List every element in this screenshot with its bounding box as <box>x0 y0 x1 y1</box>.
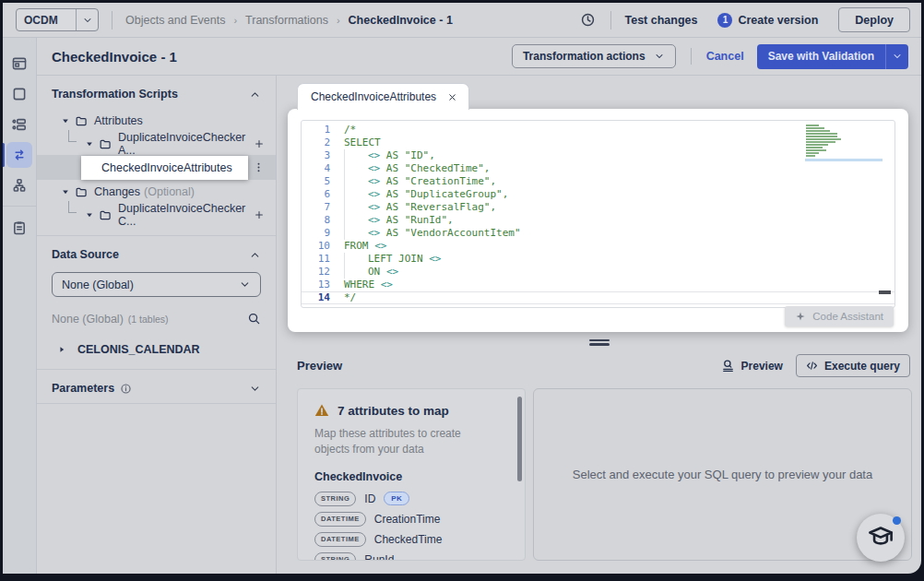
caret-right-icon[interactable] <box>57 345 66 354</box>
tree-item-duplicateinvoicechecker-a[interactable]: DuplicateInvoiceChecker A... <box>37 132 276 155</box>
kebab-icon[interactable] <box>253 161 265 173</box>
code-line[interactable]: 10FROM <> <box>302 240 894 253</box>
chevron-down-icon[interactable] <box>249 383 261 395</box>
graduation-cap-icon <box>867 524 894 551</box>
chevron-up-icon[interactable] <box>249 249 261 261</box>
data-source-select[interactable]: None (Global) <box>52 272 261 297</box>
transformation-actions-button[interactable]: Transformation actions <box>512 44 676 68</box>
breadcrumb-item[interactable]: Objects and Events <box>125 14 225 27</box>
card-scrollbar-thumb[interactable] <box>517 397 522 481</box>
code-line[interactable]: 9<> AS "VendorAccountItem" <box>302 227 894 240</box>
code-line[interactable]: 8<> AS "RunId", <box>302 214 894 227</box>
preview-action-button[interactable]: Preview <box>721 359 783 373</box>
data-source-scope: None (Global) (1 tables) <box>37 301 276 331</box>
execute-query-label: Execute query <box>824 360 900 373</box>
sql-placeholder: <> <box>368 188 380 200</box>
plus-icon[interactable] <box>254 138 265 149</box>
caret-down-icon[interactable] <box>61 116 70 125</box>
transformation-scripts-header[interactable]: Transformation Scripts <box>37 76 276 109</box>
attributes-warning-title: 7 attributes to map <box>338 404 449 418</box>
editor-minimap[interactable] <box>805 125 883 161</box>
page-title: CheckedInvoice - 1 <box>52 49 177 65</box>
tree-item-duplicateinvoicechecker-c[interactable]: DuplicateInvoiceChecker C... <box>37 203 276 226</box>
code-assistant-button[interactable]: Code Assistant <box>785 306 894 326</box>
code-line[interactable]: 5<> AS "CreationTime", <box>302 175 894 188</box>
code-text: */ <box>344 291 356 304</box>
rail-item-logs[interactable] <box>6 215 32 241</box>
rail-item-overview[interactable] <box>6 51 32 77</box>
editor-spotlight-card: 1/*2SELECT3<> AS "ID",4<> AS "CheckedTim… <box>288 109 908 332</box>
execute-query-button[interactable]: Execute query <box>796 354 910 377</box>
tree-item-checkedinvoiceattributes[interactable]: CheckedInvoiceAttributes <box>37 155 276 180</box>
rail-item-relations[interactable] <box>6 172 32 198</box>
code-line[interactable]: 4<> AS "CheckedTime", <box>302 162 894 175</box>
rail-item-transformations[interactable] <box>6 142 32 168</box>
tree-item-attributes[interactable]: Attributes <box>37 109 276 132</box>
code-line[interactable]: 12ON <> <box>302 266 894 279</box>
square-icon <box>11 86 28 102</box>
attribute-name: RunId <box>364 553 394 561</box>
close-icon[interactable] <box>447 92 457 102</box>
minimap-line <box>806 125 819 126</box>
test-changes-button[interactable]: Test changes <box>624 14 697 27</box>
minimap-line <box>806 136 837 137</box>
code-line[interactable]: 11LEFT JOIN <> <box>302 253 894 266</box>
code-text: FROM <> <box>344 240 386 253</box>
table-item-celonis-calendar[interactable]: CELONIS_CALENDAR <box>37 331 276 369</box>
code-line[interactable]: 13WHERE <> <box>302 279 894 291</box>
history-clock-icon[interactable] <box>580 12 596 28</box>
caret-down-icon[interactable] <box>85 139 94 148</box>
code-line[interactable]: 7<> AS "ReversalFlag", <box>302 201 894 214</box>
minimap-line <box>806 155 815 157</box>
code-text: /* <box>344 124 356 136</box>
app: OCDM Objects and Events›Transformations›… <box>3 3 921 574</box>
deploy-button[interactable]: Deploy <box>838 7 910 32</box>
sql-code-editor[interactable]: 1/*2SELECT3<> AS "ID",4<> AS "CheckedTim… <box>301 120 895 308</box>
cancel-button[interactable]: Cancel <box>706 50 744 63</box>
tree-connector <box>68 201 77 213</box>
sql-placeholder: <> <box>368 214 380 226</box>
code-line[interactable]: 14*/ <box>302 291 894 304</box>
rail-item-mappings[interactable] <box>6 112 32 137</box>
tree-item-changes[interactable]: Changes(Optional) <box>37 180 276 203</box>
search-icon[interactable] <box>247 312 261 326</box>
caret-down-icon[interactable] <box>85 210 94 219</box>
data-source-header[interactable]: Data Source <box>37 236 276 269</box>
panel-resize-handle[interactable] <box>277 332 921 352</box>
plus-icon[interactable] <box>254 209 265 220</box>
breadcrumb-item: CheckedInvoice - 1 <box>349 14 453 27</box>
tree-item-label: DuplicateInvoiceChecker C... <box>118 202 254 228</box>
caret-down-icon[interactable] <box>61 187 70 196</box>
info-icon <box>120 383 132 395</box>
learning-help-button[interactable] <box>857 514 905 562</box>
editor-scrollbar-thumb[interactable] <box>879 290 891 294</box>
save-options-caret-button[interactable] <box>885 44 908 69</box>
line-number: 6 <box>302 188 344 201</box>
app-window: OCDM Objects and Events›Transformations›… <box>0 0 924 581</box>
transform-icon <box>11 147 28 163</box>
preview-icon <box>721 359 735 373</box>
breadcrumb-item[interactable]: Transformations <box>245 14 328 27</box>
chevron-up-icon[interactable] <box>249 89 261 101</box>
rail-item-objects[interactable] <box>6 81 32 107</box>
data-source-title: Data Source <box>52 248 119 261</box>
chevron-down-icon <box>76 9 98 30</box>
parameters-header[interactable]: Parameters <box>37 370 276 403</box>
scope-table-count: (1 tables) <box>128 313 169 325</box>
create-version-button[interactable]: Create version <box>738 14 818 27</box>
attribute-type-pill: STRING <box>314 492 356 506</box>
code-text: <> AS "VendorAccountItem" <box>344 227 521 240</box>
code-line[interactable]: 6<> AS "DuplicateGroup", <box>302 188 894 201</box>
code-text: <> AS "DuplicateGroup", <box>344 188 508 201</box>
code-text: LEFT JOIN <> <box>344 253 441 266</box>
code-text: <> AS "CreationTime", <box>344 175 496 188</box>
attribute-row: DATETIMECreationTime <box>314 512 508 527</box>
editor-tab[interactable]: CheckedInvoiceAttributes <box>297 83 469 110</box>
sparkle-icon <box>795 311 806 322</box>
workspace-select[interactable]: OCDM <box>16 8 99 31</box>
toolbar-divider <box>691 48 692 65</box>
attributes-description: Map these attributes to create objects f… <box>314 426 499 458</box>
save-with-validation-button[interactable]: Save with Validation <box>757 44 885 69</box>
transformation-scripts-title: Transformation Scripts <box>52 88 178 101</box>
table-name: CELONIS_CALENDAR <box>77 343 200 356</box>
